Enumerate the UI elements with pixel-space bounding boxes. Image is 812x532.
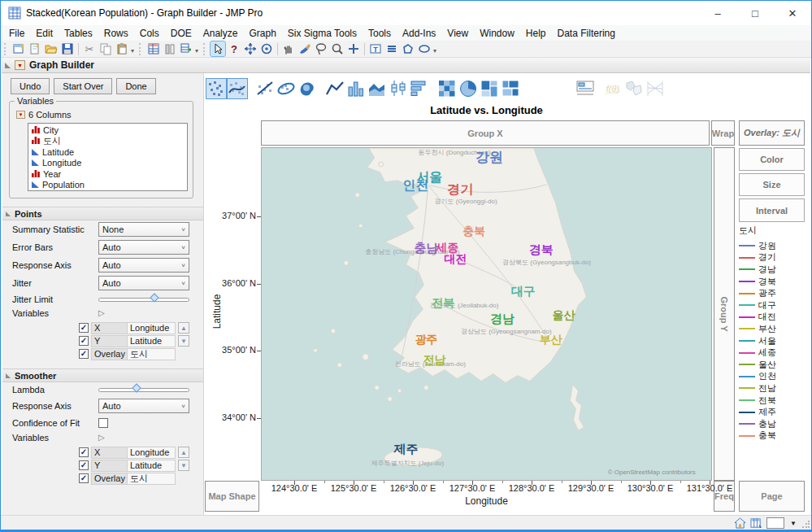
menu-tables[interactable]: Tables [59, 27, 98, 40]
annotate-tool-icon[interactable]: T [368, 41, 383, 56]
palette-formula-icon[interactable]: f(θ) [602, 78, 623, 99]
arrow-tool-icon[interactable] [211, 41, 225, 56]
legend-item-제주[interactable]: 제주 [739, 406, 810, 418]
map-region-label-강원[interactable]: 강원 [475, 150, 503, 165]
palette-pie-icon[interactable] [458, 78, 479, 99]
x-checkbox[interactable]: ✓ [79, 447, 89, 457]
palette-fit-line-icon[interactable] [254, 78, 276, 99]
help-tool-icon[interactable]: ? [227, 41, 241, 56]
summary-statistic-dropdown[interactable]: None˅ [98, 222, 189, 237]
cut-icon[interactable]: ✂ [82, 41, 97, 56]
columns-icon[interactable] [163, 41, 177, 56]
menu-window[interactable]: Window [474, 27, 520, 40]
toolbar-overflow-icon[interactable]: ▾ [433, 47, 436, 55]
palette-histogram-icon[interactable] [409, 78, 430, 99]
map-region-label-전북[interactable]: 전북 [432, 296, 454, 309]
move-tool-icon[interactable] [243, 41, 258, 56]
y-tick-label[interactable]: 37°00' N [207, 211, 256, 220]
menu-graph[interactable]: Graph [243, 27, 281, 40]
y-axis-title[interactable]: Latitude [211, 287, 223, 336]
palette-treemap-icon[interactable] [479, 78, 500, 99]
menu-add-ins[interactable]: Add-Ins [397, 27, 441, 40]
home-icon[interactable] [734, 517, 746, 529]
group-y-dropzone[interactable]: Group Y [714, 147, 735, 481]
resize-grip[interactable] [801, 521, 810, 529]
column-list[interactable]: City도시LatitudeLongitudeYearPopulation [28, 123, 188, 191]
legend-item-경기[interactable]: 경기 [739, 252, 810, 264]
error-bars-dropdown[interactable]: Auto˅ [98, 240, 189, 255]
menu-edit[interactable]: Edit [30, 27, 59, 40]
palette-caption-icon[interactable] [575, 78, 596, 99]
lambda-slider[interactable] [98, 386, 189, 393]
palette-line-icon[interactable] [324, 78, 345, 99]
crosshair-tool-icon[interactable] [346, 41, 361, 56]
palette-contour-icon[interactable] [297, 78, 318, 99]
palette-map-shapes-icon[interactable] [623, 78, 645, 99]
palette-parallel-icon[interactable] [645, 78, 666, 99]
palette-points-icon[interactable] [206, 78, 227, 99]
grabber-tool-icon[interactable] [281, 41, 296, 56]
jitter-dropdown[interactable]: Auto˅ [98, 276, 189, 290]
move-down-button[interactable]: ▼ [178, 460, 189, 471]
y-tick-label[interactable]: 36°00' N [207, 278, 256, 288]
save-icon[interactable] [60, 41, 75, 56]
polygon-tool-icon[interactable] [401, 41, 415, 56]
x-axis-title[interactable]: Longitude [261, 495, 712, 507]
palette-mosaic-icon[interactable] [500, 78, 521, 99]
map-region-label-충북[interactable]: 충북 [462, 225, 485, 238]
journal-icon[interactable] [28, 41, 42, 56]
menu-help[interactable]: Help [520, 27, 552, 40]
points-collapse-icon[interactable] [6, 211, 11, 216]
legend-item-경남[interactable]: 경남 [739, 264, 810, 276]
start-over-button[interactable]: Start Over [54, 78, 112, 94]
map-region-label-대전[interactable]: 대전 [444, 252, 467, 265]
lasso-tool-icon[interactable] [314, 41, 328, 56]
open-icon[interactable] [44, 41, 59, 56]
map-plot[interactable]: 동두천시 (Dongducheon)경기도 (Gyeonggi-do)충청남도 … [261, 147, 712, 481]
size-dropzone[interactable]: Size [739, 173, 805, 196]
map-region-label-대구[interactable]: 대구 [511, 284, 536, 298]
legend-item-광주[interactable]: 광주 [739, 287, 810, 299]
palette-ellipse-icon[interactable] [276, 78, 297, 99]
menu-tools[interactable]: Tools [363, 27, 397, 40]
role-value[interactable]: Latitude [127, 460, 176, 472]
y-checkbox[interactable]: ✓ [79, 460, 89, 470]
column-item[interactable]: Population [32, 180, 184, 191]
palette-bar-icon[interactable] [345, 78, 367, 99]
column-item[interactable]: 도시 [32, 136, 184, 147]
role-value[interactable]: Longitude [127, 322, 176, 334]
data-table-icon[interactable] [146, 41, 161, 56]
legend-item-강원[interactable]: 강원 [739, 240, 810, 252]
y-checkbox[interactable]: ✓ [79, 336, 89, 346]
legend-item-세종[interactable]: 세종 [739, 347, 810, 359]
data-table-window-icon[interactable] [750, 517, 762, 529]
legend-item-인천[interactable]: 인천 [739, 371, 810, 383]
move-up-button[interactable]: ▲ [178, 447, 189, 458]
palette-heatmap-icon[interactable] [436, 78, 458, 99]
legend-item-충남[interactable]: 충남 [739, 418, 810, 430]
brush-tool-icon[interactable] [297, 41, 312, 56]
y-tick-label[interactable]: 34°00' N [207, 412, 256, 422]
overlay-role-button[interactable]: Overlay: 도시 [739, 120, 805, 146]
status-dropdown-box[interactable] [766, 517, 784, 529]
overlay-checkbox[interactable]: ✓ [79, 349, 89, 359]
role-value[interactable]: 도시 [127, 473, 176, 485]
smoother-collapse-icon[interactable] [6, 373, 11, 378]
points-section-header[interactable]: Points [2, 207, 203, 220]
interval-dropzone[interactable]: Interval [739, 198, 805, 222]
column-item[interactable]: Latitude [32, 146, 184, 158]
menu-analyze[interactable]: Analyze [198, 27, 244, 40]
map-region-label-인천[interactable]: 인천 [403, 178, 429, 192]
maximize-button[interactable]: □ [736, 1, 774, 25]
map-shape-dropzone[interactable]: Map Shape [205, 481, 259, 512]
response-axis-dropdown[interactable]: Auto˅ [98, 258, 189, 273]
toolbar-overflow-icon[interactable]: ▾ [131, 47, 134, 55]
magnifier-tool-icon[interactable] [330, 41, 345, 56]
new-data-table-icon[interactable] [11, 41, 26, 56]
map-region-label-부산[interactable]: 부산 [540, 333, 563, 346]
move-down-button[interactable]: ▼ [178, 335, 189, 347]
undo-button[interactable]: Undo [11, 78, 50, 94]
map-region-label-제주[interactable]: 제주 [393, 442, 419, 456]
menu-six-sigma-tools[interactable]: Six Sigma Tools [282, 27, 363, 40]
menu-rows[interactable]: Rows [98, 27, 134, 40]
